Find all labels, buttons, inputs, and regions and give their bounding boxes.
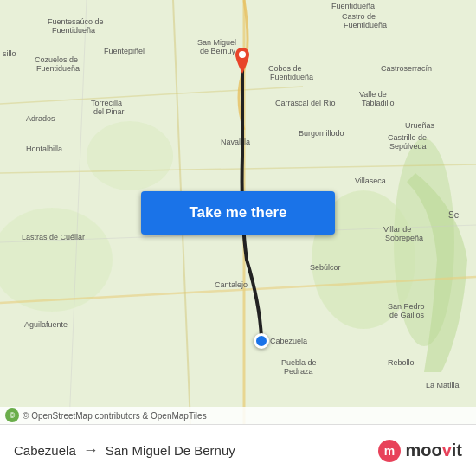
svg-text:de Bernuy: de Bernuy [200, 47, 236, 55]
moovit-text: moovit [405, 441, 462, 460]
map-container: Fuentesaúco de Fuentidueña Fuentepiñel s… [0, 0, 476, 424]
svg-text:Lastras de Cuéllar: Lastras de Cuéllar [22, 233, 85, 241]
svg-text:Fuentepiñel: Fuentepiñel [104, 47, 145, 55]
moovit-logo: m moovit [377, 439, 462, 463]
svg-text:Castrillo de: Castrillo de [388, 133, 427, 142]
svg-point-54 [239, 51, 246, 58]
svg-text:Adrados: Adrados [26, 114, 55, 123]
route-info: Cabezuela → San Miguel De Bernuy [14, 441, 235, 460]
svg-text:Sobrepeña: Sobrepeña [385, 234, 423, 242]
svg-text:sillo: sillo [3, 49, 16, 58]
svg-text:Carrascal del Río: Carrascal del Río [275, 99, 336, 107]
svg-text:Urueñas: Urueñas [405, 121, 435, 130]
svg-text:San Pedro: San Pedro [388, 302, 425, 311]
svg-text:Sebúlcor: Sebúlcor [310, 263, 341, 272]
svg-text:Aguilafuente: Aguilafuente [24, 320, 68, 329]
svg-text:Torrecilla: Torrecilla [91, 99, 122, 107]
origin-dot [254, 333, 269, 349]
arrow-icon: → [83, 441, 99, 460]
svg-text:Rebollo: Rebollo [388, 358, 415, 367]
svg-text:Cantalejo: Cantalejo [215, 280, 248, 289]
svg-text:Castroserracín: Castroserracín [381, 64, 432, 73]
svg-text:Fuentidueña: Fuentidueña [344, 21, 387, 29]
svg-text:Villar de: Villar de [383, 225, 411, 234]
destination-pin [232, 48, 253, 74]
svg-text:Puebla de: Puebla de [281, 358, 317, 367]
svg-text:Cabezuela: Cabezuela [270, 337, 307, 345]
svg-text:m: m [384, 444, 395, 458]
svg-text:Burgomillodo: Burgomillodo [299, 129, 344, 138]
take-me-there-button[interactable]: Take me there [141, 191, 335, 235]
svg-text:San Miguel: San Miguel [197, 38, 236, 47]
svg-text:Fuentesaúco de: Fuentesaúco de [48, 17, 104, 26]
osm-logo: © [5, 408, 19, 422]
moovit-logo-icon: m [377, 439, 402, 463]
svg-text:Pedraza: Pedraza [284, 367, 313, 376]
attribution-text: © OpenStreetMap contributors & OpenMapTi… [23, 411, 207, 421]
svg-text:Fuentidueña: Fuentidueña [331, 2, 375, 10]
svg-text:Hontalbilla: Hontalbilla [26, 145, 62, 153]
svg-text:Villaseca: Villaseca [355, 177, 386, 185]
svg-text:Fuentidueña: Fuentidueña [36, 64, 80, 73]
svg-text:Cozuelos de: Cozuelos de [35, 55, 78, 64]
svg-text:Cobos de: Cobos de [268, 64, 302, 73]
svg-text:Tabladillo: Tabladillo [362, 99, 395, 107]
svg-text:de Gaillos: de Gaillos [389, 311, 425, 319]
svg-point-3 [87, 121, 173, 190]
svg-text:Fuentidueña: Fuentidueña [270, 73, 313, 81]
svg-text:Navalilla: Navalilla [221, 138, 250, 146]
svg-text:La Matilla: La Matilla [426, 381, 460, 389]
svg-text:Valle de: Valle de [359, 90, 387, 99]
map-attribution: © © OpenStreetMap contributors & OpenMap… [0, 407, 476, 424]
bottom-bar: Cabezuela → San Miguel De Bernuy m moovi… [0, 424, 476, 476]
from-label: Cabezuela [14, 443, 76, 458]
svg-text:del Pinar: del Pinar [93, 107, 125, 116]
svg-text:Se: Se [448, 210, 460, 220]
to-label: San Miguel De Bernuy [106, 443, 235, 458]
svg-text:Sepúlveda: Sepúlveda [389, 142, 427, 151]
svg-text:Fuentidueña: Fuentidueña [52, 26, 95, 35]
svg-text:Castro de: Castro de [342, 12, 376, 21]
